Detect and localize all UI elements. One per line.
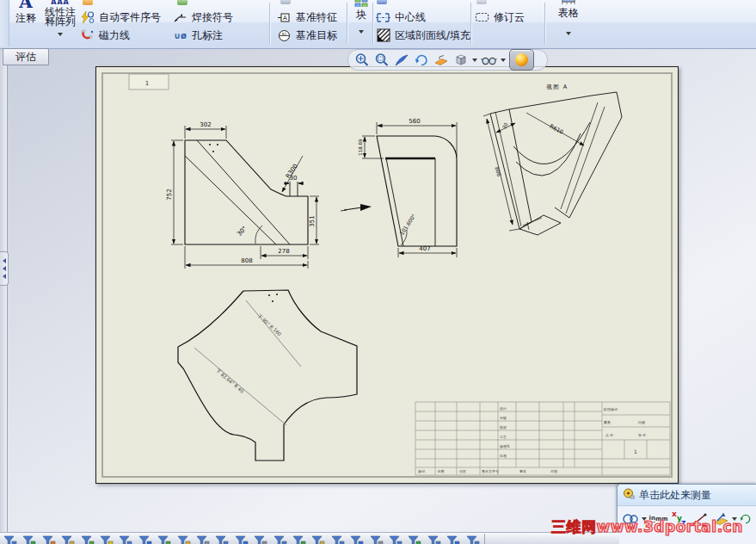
weld-symbol-button[interactable]: 焊接符号 <box>173 9 233 25</box>
collapse-arrow-icon <box>3 266 6 271</box>
cropped-icon-stub <box>476 0 487 4</box>
shaded-view-button-active[interactable] <box>509 49 534 71</box>
revision-cloud-button[interactable]: 修订云 <box>475 9 525 25</box>
hide-show-items-button[interactable] <box>481 52 497 68</box>
rotate-view-button[interactable] <box>413 52 429 68</box>
table-icon <box>549 0 588 4</box>
taskbar-app-icon[interactable] <box>100 534 114 544</box>
revision-cloud-label: 修订云 <box>494 10 525 25</box>
svg-text:A: A <box>283 15 287 22</box>
hole-callout-icon: ∪ø <box>173 28 187 43</box>
taskbar-app-icon[interactable] <box>389 534 403 544</box>
previous-view-button[interactable] <box>393 52 409 68</box>
taskbar-app-icon[interactable] <box>138 534 152 544</box>
auto-balloon-label: 自动零件序号 <box>99 10 161 25</box>
area-hatch-label: 区域剖面线/填充 <box>395 28 470 43</box>
display-style-button[interactable] <box>452 52 469 68</box>
collapse-arrow-icon <box>3 274 6 279</box>
datum-target-label: 基准目标 <box>296 28 337 43</box>
taskbar-app-icon[interactable] <box>119 534 132 544</box>
taskbar-app-icon[interactable] <box>311 534 325 544</box>
taskbar-app-icon[interactable] <box>408 534 421 544</box>
ribbon-separator <box>470 3 471 44</box>
ribbon-separator <box>544 3 545 44</box>
taskbar[interactable] <box>0 532 619 544</box>
datum-feature-icon: A <box>277 10 292 25</box>
3d-drawing-view-button[interactable] <box>433 52 449 68</box>
cropped-icon-stub <box>83 0 93 5</box>
solidworks-window: 1 30 <box>0 0 756 544</box>
magnetic-line-button[interactable]: 磁力线 <box>80 28 130 43</box>
chevron-down-icon[interactable] <box>58 33 63 36</box>
area-hatch-icon <box>376 28 390 43</box>
datum-target-button[interactable]: A1 基准目标 <box>277 28 337 43</box>
block-label: 块 <box>350 8 372 22</box>
chevron-down-icon[interactable] <box>359 30 364 34</box>
taskbar-app-icon[interactable] <box>61 534 75 544</box>
taskbar-app-icon[interactable] <box>292 534 306 544</box>
ribbon-separator <box>372 3 373 44</box>
cropped-icon-stub <box>280 0 291 4</box>
block-button[interactable]: 块 <box>350 0 372 46</box>
datum-target-icon: A1 <box>277 28 292 43</box>
centerline-label: 中心线 <box>395 10 426 25</box>
left-panel-edge <box>0 48 8 532</box>
taskbar-app-icon[interactable] <box>235 534 249 544</box>
feature-tree-collapse-handle[interactable] <box>0 251 9 286</box>
taskbar-app-icon[interactable] <box>22 534 36 544</box>
taskbar-separator <box>484 534 485 544</box>
taskbar-app-icon[interactable] <box>427 534 441 544</box>
taskbar-app-icon[interactable] <box>3 534 17 544</box>
weld-symbol-icon <box>173 10 187 25</box>
centerline-icon <box>376 10 390 25</box>
sphere-icon <box>515 53 528 66</box>
revision-cloud-icon <box>475 10 489 25</box>
zoom-to-area-button[interactable] <box>373 52 390 68</box>
drawing-sheet[interactable] <box>95 66 679 484</box>
centerline-button[interactable]: 中心线 <box>376 9 426 25</box>
taskbar-app-icon[interactable] <box>254 534 267 544</box>
linear-note-pattern-button[interactable]: AAA 线性注 释阵列 <box>41 0 79 46</box>
hole-callout-label: 孔标注 <box>192 28 223 43</box>
note-label: 注释 <box>11 11 40 26</box>
note-icon: A <box>11 0 40 9</box>
linear-note-label-2: 释阵列 <box>41 17 79 27</box>
taskbar-app-icon[interactable] <box>157 534 171 544</box>
taskbar-app-icon[interactable] <box>466 534 480 544</box>
taskbar-app-icon[interactable] <box>331 534 345 544</box>
taskbar-app-icon[interactable] <box>274 534 287 544</box>
auto-balloon-button[interactable]: 自动零件序号 <box>80 9 161 25</box>
measure-panel-header[interactable]: 单击此处来测量 <box>618 485 756 506</box>
cropped-left-button[interactable] <box>0 0 9 46</box>
taskbar-app-icon[interactable] <box>177 534 191 544</box>
taskbar-app-icon[interactable] <box>196 534 210 544</box>
tab-evaluate-label: 评估 <box>15 50 36 65</box>
taskbar-app-icon[interactable] <box>446 534 460 544</box>
weld-symbol-label: 焊接符号 <box>192 10 233 25</box>
taskbar-app-icon[interactable] <box>350 534 364 544</box>
magnetic-line-label: 磁力线 <box>99 28 130 43</box>
chevron-down-icon[interactable] <box>501 59 506 62</box>
ribbon-separator <box>347 3 347 44</box>
tape-measure-icon <box>623 488 635 503</box>
note-button[interactable]: A 注释 <box>11 0 40 46</box>
zoom-to-fit-button[interactable] <box>353 52 370 68</box>
area-hatch-button[interactable]: 区域剖面线/填充 <box>376 28 470 43</box>
chevron-down-icon[interactable] <box>566 32 571 35</box>
tab-evaluate[interactable]: 评估 <box>3 48 49 65</box>
taskbar-app-icon[interactable] <box>42 534 56 544</box>
sheet-margin-border <box>101 72 673 478</box>
watermark: 三维网www.3dportal.cn <box>551 517 743 537</box>
taskbar-app-icon[interactable] <box>215 534 229 544</box>
table-button[interactable]: 表格 <box>549 0 588 46</box>
hole-callout-button[interactable]: ∪ø 孔标注 <box>173 28 223 43</box>
chevron-down-icon[interactable] <box>472 59 477 62</box>
datum-feature-button[interactable]: A 基准特征 <box>277 9 337 25</box>
block-icon <box>350 0 372 7</box>
magnetic-line-icon <box>80 28 95 43</box>
linear-note-pattern-icon: AAA <box>41 0 79 6</box>
cropped-icon-stub <box>377 0 387 4</box>
taskbar-icons <box>0 533 619 544</box>
taskbar-app-icon[interactable] <box>81 534 95 544</box>
taskbar-app-icon[interactable] <box>370 534 384 544</box>
